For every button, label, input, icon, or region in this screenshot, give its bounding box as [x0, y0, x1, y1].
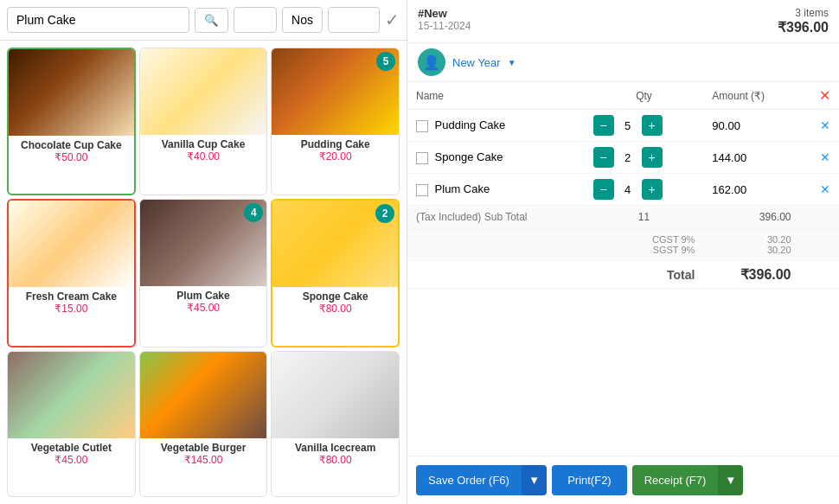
- order-table: Name Qty Amount (₹) ✕ Pudding Cake − 5 +: [407, 82, 839, 456]
- item-amount: 144.00: [703, 142, 799, 174]
- product-name: Vegetable Burger: [145, 442, 262, 454]
- product-info: Vegetable Cutlet ₹45.00: [8, 438, 135, 471]
- customer-row: 👤 New Year ▼: [407, 43, 839, 82]
- total-value: ₹396.00: [703, 261, 799, 289]
- product-price: ₹80.00: [278, 303, 393, 315]
- delete-item-button[interactable]: ✕: [820, 182, 830, 196]
- product-card[interactable]: Fresh Cream Cake ₹15.00: [7, 199, 136, 347]
- products-grid: Chocolate Cup Cake ₹50.00 Vanilla Cup Ca…: [0, 41, 407, 504]
- delete-item-button[interactable]: ✕: [820, 150, 830, 164]
- item-name: Sponge Cake: [407, 142, 585, 174]
- col-qty: Qty: [585, 82, 704, 110]
- subtotal-qty: 11: [585, 206, 704, 229]
- product-name: Vegetable Cutlet: [13, 442, 130, 454]
- product-card[interactable]: Chocolate Cup Cake ₹50.00: [7, 48, 136, 195]
- order-number: #New: [418, 7, 471, 20]
- col-name: Name: [407, 82, 585, 110]
- item-qty-control: − 5 +: [585, 110, 704, 142]
- qty-increase-button[interactable]: +: [642, 147, 663, 168]
- value-input[interactable]: 40.5: [328, 7, 380, 33]
- qty-decrease-button[interactable]: −: [593, 147, 614, 168]
- confirm-button[interactable]: ✓: [385, 10, 400, 30]
- product-name: Fresh Cream Cake: [14, 290, 129, 303]
- customer-avatar[interactable]: 👤: [418, 48, 445, 76]
- save-order-button[interactable]: Save Order (F6): [416, 465, 522, 495]
- product-info: Vanilla Icecream ₹80.00: [272, 438, 399, 471]
- delete-item-button[interactable]: ✕: [820, 118, 830, 132]
- save-order-dropdown[interactable]: ▼: [522, 465, 547, 495]
- item-name: Pudding Cake: [407, 110, 585, 142]
- receipt-button[interactable]: Receipt (F7): [632, 465, 719, 495]
- item-checkbox[interactable]: [416, 152, 428, 164]
- search-bar: 🔍 4 Nos 40.5 ✓: [0, 0, 407, 41]
- order-meta: #New 15-11-2024: [418, 7, 471, 32]
- product-card[interactable]: Vanilla Cup Cake ₹40.00: [139, 48, 268, 195]
- delete-all-button[interactable]: ✕: [819, 87, 830, 104]
- item-checkbox[interactable]: [416, 120, 428, 132]
- product-card[interactable]: 5 Pudding Cake ₹20.00: [271, 48, 400, 195]
- product-price: ₹20.00: [277, 150, 394, 163]
- product-name: Vanilla Cup Cake: [145, 138, 262, 150]
- table-row: Plum Cake − 4 + 162.00 ✕: [407, 174, 839, 206]
- product-card[interactable]: 2 Sponge Cake ₹80.00: [271, 199, 400, 347]
- product-price: ₹80.00: [277, 454, 394, 466]
- product-image: [272, 352, 399, 438]
- qty-value: 5: [618, 119, 638, 132]
- product-image: [9, 49, 134, 136]
- product-name: Pudding Cake: [277, 138, 394, 150]
- customer-dropdown-icon[interactable]: ▼: [508, 58, 516, 67]
- product-info: Plum Cake ₹45.00: [140, 286, 267, 319]
- qty-decrease-button[interactable]: −: [593, 115, 614, 136]
- qty-decrease-button[interactable]: −: [593, 179, 614, 200]
- product-card[interactable]: 4 Plum Cake ₹45.00: [139, 199, 268, 347]
- print-button[interactable]: Print(F2): [552, 465, 627, 495]
- product-price: ₹50.00: [14, 151, 129, 163]
- item-qty-control: − 4 +: [585, 174, 704, 206]
- order-summary: 3 items ₹396.00: [778, 7, 829, 35]
- qty-increase-button[interactable]: +: [642, 179, 663, 200]
- qty-value: 4: [618, 183, 638, 196]
- product-info: Vanilla Cup Cake ₹40.00: [140, 135, 267, 168]
- save-order-group: Save Order (F6) ▼: [416, 465, 547, 495]
- product-image: [140, 352, 267, 438]
- product-price: ₹45.00: [145, 302, 262, 314]
- subtotal-label: (Tax Included) Sub Total: [407, 206, 585, 229]
- sgst-label: SGST 9%: [416, 245, 695, 255]
- product-info: Vegetable Burger ₹145.00: [140, 438, 267, 471]
- product-card[interactable]: Vanilla Icecream ₹80.00: [271, 351, 400, 497]
- sgst-amount: 30.20: [712, 245, 791, 255]
- items-count: 3 items: [778, 7, 829, 19]
- item-amount: 162.00: [703, 174, 799, 206]
- item-checkbox[interactable]: [416, 184, 428, 196]
- product-card[interactable]: Vegetable Burger ₹145.00: [139, 351, 268, 497]
- order-total-amount: ₹396.00: [778, 19, 829, 35]
- product-image: [140, 48, 267, 135]
- product-image: [9, 201, 134, 287]
- item-name: Plum Cake: [407, 174, 585, 206]
- order-actions: Save Order (F6) ▼ Print(F2) Receipt (F7)…: [407, 456, 839, 504]
- product-price: ₹15.00: [14, 303, 129, 315]
- search-button[interactable]: 🔍: [195, 8, 228, 33]
- product-card[interactable]: Vegetable Cutlet ₹45.00: [7, 351, 136, 497]
- product-name: Chocolate Cup Cake: [14, 139, 129, 151]
- item-amount: 90.00: [703, 110, 799, 142]
- product-price: ₹40.00: [145, 150, 262, 163]
- product-name: Plum Cake: [145, 290, 262, 302]
- product-info: Chocolate Cup Cake ₹50.00: [9, 136, 134, 169]
- qty-increase-button[interactable]: +: [642, 115, 663, 136]
- item-qty-control: − 2 +: [585, 142, 704, 174]
- left-panel: 🔍 4 Nos 40.5 ✓ Chocolate Cup Cake ₹50.00…: [0, 0, 407, 504]
- search-input[interactable]: [7, 7, 189, 33]
- total-label: Total: [407, 261, 703, 289]
- unit-label: Nos: [282, 7, 323, 33]
- col-amount: Amount (₹): [703, 82, 799, 110]
- product-name: Vanilla Icecream: [277, 442, 394, 454]
- product-info: Sponge Cake ₹80.00: [272, 287, 398, 320]
- customer-name[interactable]: New Year: [452, 56, 501, 69]
- product-info: Pudding Cake ₹20.00: [272, 135, 399, 168]
- col-actions: ✕: [800, 82, 839, 110]
- quantity-input[interactable]: 4: [234, 7, 277, 33]
- product-info: Fresh Cream Cake ₹15.00: [9, 287, 134, 320]
- order-date: 15-11-2024: [418, 20, 471, 32]
- receipt-dropdown[interactable]: ▼: [718, 465, 743, 495]
